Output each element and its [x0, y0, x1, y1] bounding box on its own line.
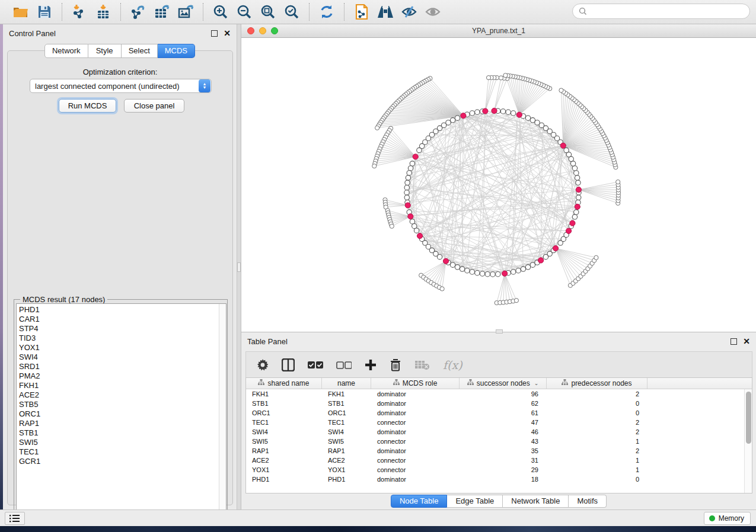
mcds-result-item[interactable]: TID3 [19, 334, 226, 343]
task-history-button[interactable] [5, 512, 25, 525]
mcds-result-item[interactable]: PMA2 [19, 371, 226, 381]
table-panel-titlebar: Table Panel ✕ [241, 332, 756, 350]
mcds-result-item[interactable]: GCR1 [19, 457, 226, 466]
tab-edge-table[interactable]: Edge Table [447, 495, 503, 508]
import-network-icon[interactable] [69, 2, 90, 21]
mcds-result-item[interactable]: PHD1 [19, 305, 226, 315]
delete-column-icon[interactable] [390, 357, 401, 373]
cell-shared-name: FKH1 [246, 390, 322, 398]
select-all-checkboxes-icon[interactable] [308, 357, 323, 373]
run-mcds-button[interactable]: Run MCDS [59, 99, 116, 113]
column-header-successor-nodes[interactable]: successor nodes⌄ [460, 378, 547, 389]
export-image-icon[interactable] [176, 2, 196, 21]
memory-status-dot-icon [709, 515, 715, 521]
mcds-list-scrollbar[interactable] [219, 304, 226, 517]
column-header-name[interactable]: name [322, 378, 371, 389]
table-options-gear-icon[interactable] [257, 357, 269, 373]
mcds-result-item[interactable]: SWI4 [19, 352, 226, 362]
select-stepper-icon: ▲▼ [199, 79, 210, 92]
search-field[interactable] [572, 4, 750, 19]
cell-name: TEC1 [322, 419, 371, 426]
table-row[interactable]: SWI4SWI4dominator462 [246, 427, 744, 437]
main-toolbar [0, 0, 756, 24]
column-selector-icon[interactable] [282, 357, 295, 373]
zoom-in-icon[interactable] [210, 2, 231, 21]
table-row[interactable]: FKH1FKH1dominator962 [246, 389, 744, 399]
horizontal-splitter-handle[interactable] [496, 329, 503, 334]
table-row[interactable]: TEC1TEC1connector472 [246, 418, 744, 427]
memory-button[interactable]: Memory [704, 512, 751, 525]
tab-network[interactable]: Network [44, 44, 88, 58]
tab-style[interactable]: Style [88, 44, 122, 58]
cell-name: ORC1 [322, 409, 371, 416]
mcds-result-item[interactable]: SWI5 [19, 438, 226, 447]
open-folder-icon[interactable] [11, 2, 31, 21]
cell-predecessor-nodes: 1 [547, 466, 647, 473]
table-row[interactable]: SWI5SWI5connector431 [246, 437, 744, 446]
binoculars-icon[interactable] [375, 2, 395, 21]
tab-mcds[interactable]: MCDS [158, 44, 195, 58]
table-row[interactable]: PHD1PHD1dominator180 [246, 475, 744, 484]
mcds-result-item[interactable]: YOX1 [19, 343, 226, 352]
close-table-panel-icon[interactable]: ✕ [743, 338, 750, 345]
zoom-out-icon[interactable] [234, 2, 254, 21]
tab-network-table[interactable]: Network Table [503, 495, 569, 508]
cell-MCDS-role: dominator [371, 447, 460, 454]
mcds-result-list[interactable]: PHD1CAR1STP4TID3YOX1SWI4SRD1PMA2FKH1ACE2… [16, 303, 227, 518]
mcds-result-item[interactable]: STP4 [19, 324, 226, 334]
table-row[interactable]: ORC1ORC1dominator610 [246, 408, 744, 418]
mcds-result-item[interactable]: TEC1 [19, 447, 226, 457]
close-panel-icon[interactable]: ✕ [224, 30, 231, 37]
network-window-title: YPA_prune.txt_1 [241, 27, 756, 35]
hide-graphics-eye-icon[interactable] [399, 2, 419, 21]
node-table-scrollbar[interactable] [744, 389, 752, 493]
search-input[interactable] [591, 7, 744, 15]
criterion-select[interactable]: largest connected component (undirected)… [30, 79, 212, 93]
refresh-icon[interactable] [317, 2, 337, 21]
mcds-result-item[interactable]: ORC1 [19, 409, 226, 419]
mcds-tab-pane: Optimization criterion: largest connecte… [7, 50, 233, 505]
float-panel-icon[interactable] [211, 30, 218, 37]
tab-node-table[interactable]: Node Table [391, 495, 448, 508]
mcds-result-item[interactable]: RAP1 [19, 419, 226, 428]
table-panel-title: Table Panel [247, 337, 288, 346]
optimization-criterion-label: Optimization criterion: [8, 68, 232, 76]
float-table-panel-icon[interactable] [731, 338, 737, 345]
network-graph[interactable] [241, 38, 756, 332]
network-canvas[interactable] [241, 38, 756, 332]
table-row[interactable]: YOX1YOX1connector291 [246, 465, 744, 475]
cell-MCDS-role: dominator [371, 476, 460, 483]
column-header-MCDS-role[interactable]: MCDS role [371, 378, 460, 389]
criterion-select-value: largest connected component (undirected) [30, 82, 199, 91]
mcds-result-item[interactable]: STB5 [19, 400, 226, 409]
mcds-result-item[interactable]: FKH1 [19, 381, 226, 390]
export-table-icon[interactable] [152, 2, 172, 21]
table-toolbar: f(x) [245, 351, 752, 377]
tab-motifs[interactable]: Motifs [569, 495, 607, 508]
column-type-icon [258, 379, 264, 387]
tab-select[interactable]: Select [122, 44, 158, 58]
network-window-titlebar[interactable]: YPA_prune.txt_1 [241, 24, 756, 38]
import-table-icon[interactable] [93, 2, 113, 21]
column-type-icon [562, 379, 568, 387]
cell-shared-name: ORC1 [246, 409, 322, 416]
add-column-icon[interactable] [365, 357, 377, 373]
scrollbar-thumb[interactable] [746, 392, 751, 444]
cell-MCDS-role: connector [371, 466, 460, 473]
save-icon[interactable] [34, 2, 55, 21]
close-panel-button[interactable]: Close panel [124, 99, 184, 113]
deselect-all-checkboxes-icon[interactable] [336, 357, 352, 373]
table-row[interactable]: RAP1RAP1dominator352 [246, 446, 744, 456]
share-document-icon[interactable] [352, 2, 372, 21]
mcds-result-item[interactable]: CAR1 [19, 315, 226, 324]
mcds-result-item[interactable]: SRD1 [19, 362, 226, 371]
table-row[interactable]: STB1STB1dominator620 [246, 399, 744, 408]
zoom-fit-icon[interactable] [258, 2, 278, 21]
mcds-result-item[interactable]: ACE2 [19, 390, 226, 400]
table-row[interactable]: ACE2ACE2connector311 [246, 456, 744, 465]
column-header-shared-name[interactable]: shared name [246, 378, 322, 389]
mcds-result-item[interactable]: STB1 [19, 428, 226, 438]
export-network-icon[interactable] [128, 2, 148, 21]
zoom-selected-icon[interactable] [282, 2, 302, 21]
column-header-predecessor-nodes[interactable]: predecessor nodes [547, 378, 647, 389]
